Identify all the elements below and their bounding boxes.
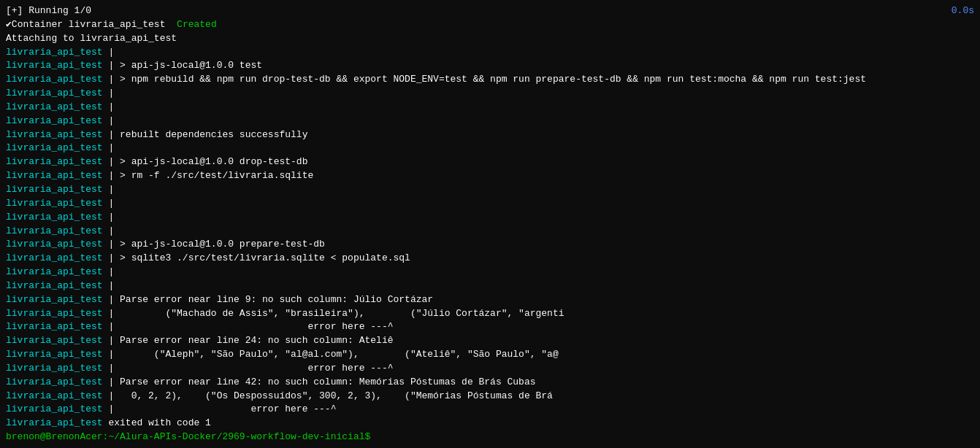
line-attaching: Attaching to livraria_api_test xyxy=(6,32,974,46)
list-item: livraria_api_test | > api-js-local@1.0.0… xyxy=(6,59,974,73)
list-item: livraria_api_test | xyxy=(6,197,974,211)
list-item: livraria_api_test | > sqlite3 ./src/test… xyxy=(6,252,974,266)
attaching-text: Attaching to livraria_api_test xyxy=(6,32,177,46)
list-item: livraria_api_test | error here ---^ xyxy=(6,320,974,334)
line-container-created: ✔Container livraria_api_test Created xyxy=(6,18,974,32)
list-item: livraria_api_test | Parse error near lin… xyxy=(6,376,974,390)
line-run-status: [+] Running 1/0 xyxy=(6,4,974,18)
list-item: livraria_api_test | xyxy=(6,115,974,128)
list-item: livraria_api_test | xyxy=(6,279,974,293)
list-item: livraria_api_test | xyxy=(6,266,974,279)
created-status: Created xyxy=(177,18,217,32)
checkmark-icon: ✔Container livraria_api_test xyxy=(6,18,177,32)
list-item: livraria_api_test | Parse error near lin… xyxy=(6,334,974,348)
shell-prompt: brenon@BrenonAcer:~/Alura-APIs-Docker/29… xyxy=(6,430,370,444)
run-status-text: [+] Running 1/0 xyxy=(6,4,91,18)
list-item: livraria_api_test | xyxy=(6,225,974,239)
list-item: livraria_api_test | > rm -f ./src/test/l… xyxy=(6,169,974,183)
list-item: livraria_api_test | xyxy=(6,46,974,60)
list-item: livraria_api_test exited with code 1 xyxy=(6,417,974,430)
prompt-line: brenon@BrenonAcer:~/Alura-APIs-Docker/29… xyxy=(6,430,974,444)
list-item: livraria_api_test | > npm rebuild && npm… xyxy=(6,73,974,87)
list-item: livraria_api_test | ("Aleph", "São Paulo… xyxy=(6,348,974,362)
list-item: livraria_api_test | 0, 2, 2), ("Os Despo… xyxy=(6,390,974,403)
list-item: livraria_api_test | xyxy=(6,142,974,155)
list-item: livraria_api_test | xyxy=(6,87,974,101)
list-item: livraria_api_test | Parse error near lin… xyxy=(6,293,974,307)
list-item: livraria_api_test | error here ---^ xyxy=(6,362,974,376)
list-item: livraria_api_test | xyxy=(6,211,974,225)
list-item: livraria_api_test | ("Machado de Assis",… xyxy=(6,307,974,321)
list-item: livraria_api_test | xyxy=(6,101,974,115)
list-item: livraria_api_test | error here ---^ xyxy=(6,403,974,417)
time-badge: 0.0s xyxy=(952,4,974,18)
terminal: 0.0s [+] Running 1/0 ✔Container livraria… xyxy=(0,0,980,448)
list-item: livraria_api_test | xyxy=(6,183,974,197)
list-item: livraria_api_test | rebuilt dependencies… xyxy=(6,128,974,142)
list-item: livraria_api_test | > api-js-local@1.0.0… xyxy=(6,155,974,169)
list-item: livraria_api_test | > api-js-local@1.0.0… xyxy=(6,238,974,252)
